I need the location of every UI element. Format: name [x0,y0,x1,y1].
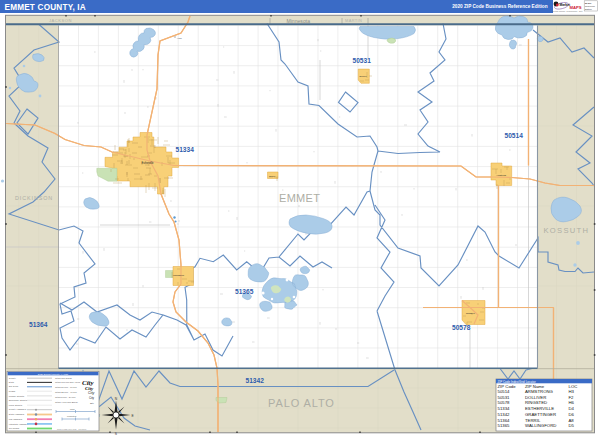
svg-text:PALO ALTO: PALO ALTO [268,397,335,409]
svg-text:Primary Streets: Primary Streets [9,395,25,397]
svg-text:Roads: Roads [9,390,16,392]
svg-text:Wallingford: Wallingford [173,274,185,276]
svg-text:MAPS: MAPS [570,5,582,10]
svg-text:ARMSTRONG: ARMSTRONG [525,389,554,394]
svg-text:51364: 51364 [498,418,511,423]
svg-text:51364: 51364 [29,321,48,328]
svg-text:50 ZIP: 50 ZIP [585,2,592,4]
svg-text:GRAETTINGER: GRAETTINGER [525,412,556,417]
svg-text:DOLLIVER: DOLLIVER [525,395,546,400]
svg-text:County Highways: County Highways [9,408,27,410]
svg-text:50531: 50531 [353,57,372,64]
svg-text:State: State [9,381,15,383]
svg-text:Reference: Reference [585,5,596,7]
svg-text:50514: 50514 [498,389,511,394]
svg-text:Toll Roads: Toll Roads [9,427,20,429]
svg-text:Custom Mapping · Demographics: Custom Mapping · Demographics · Data [553,10,583,12]
svg-text:2020 ZIP Code Business Referen: 2020 ZIP Code Business Reference Edition [452,4,547,9]
svg-text:Secondary Streets: Secondary Streets [9,399,28,401]
svg-text:State Highways: State Highways [9,413,25,415]
svg-text:50514: 50514 [505,132,524,139]
svg-text:WALLINGFORD: WALLINGFORD [525,423,556,428]
svg-text:Minor Streets: Minor Streets [9,404,23,406]
svg-text:TERRIL: TERRIL [525,418,541,423]
svg-text:MARTIN: MARTIN [345,18,362,23]
svg-text:JACKSON: JACKSON [49,18,72,23]
svg-text:ZIP Code: ZIP Code [9,385,19,387]
svg-text:50531: 50531 [498,395,511,400]
svg-text:Gruver: Gruver [269,175,275,177]
svg-text:F2: F2 [569,395,575,400]
svg-text:51334: 51334 [176,146,195,153]
svg-text:51365: 51365 [235,288,254,295]
svg-text:US Highways: US Highways [9,418,23,420]
svg-text:51342: 51342 [498,412,511,417]
svg-text:Cities and Towns: Cities and Towns [55,377,73,379]
svg-text:DICKINSON: DICKINSON [15,195,53,201]
svg-text:Ringsted: Ringsted [466,312,475,314]
svg-text:ZIP Code Index/Grid Locator: ZIP Code Index/Grid Locator [498,380,536,384]
svg-text:A8: A8 [569,418,575,423]
svg-text:Miles: Miles [70,408,75,410]
svg-text:ESTHERVILLE: ESTHERVILLE [525,406,554,411]
svg-text:51365: 51365 [498,423,511,428]
svg-text:51334: 51334 [498,406,511,411]
svg-text:EMMET: EMMET [279,192,320,204]
svg-text:D5: D5 [569,423,575,428]
svg-text:ZIP Name: ZIP Name [525,384,545,389]
svg-text:50578: 50578 [498,400,511,405]
svg-text:D6: D6 [569,412,575,417]
svg-text:Minnesota: Minnesota [287,18,311,24]
svg-text:City: City [89,396,94,400]
svg-text:H6: H6 [569,400,575,405]
svg-text:51342: 51342 [246,377,265,384]
svg-text:2020 Emmet County, IA Map: 2020 Emmet County, IA Map [38,373,69,376]
svg-text:RINGSTED: RINGSTED [525,400,547,405]
svg-text:Interstate Highways: Interstate Highways [9,423,29,425]
svg-text:D4: D4 [569,406,575,411]
svg-text:LOC: LOC [569,384,578,389]
svg-text:50578: 50578 [452,324,471,331]
svg-text:Edition: Edition [585,8,592,10]
svg-text:Estherville: Estherville [142,161,155,165]
svg-text:KOSSUTH: KOSSUTH [544,226,590,235]
svg-text:Kilometers: Kilometers [67,415,76,417]
svg-text:EMMET COUNTY, IA: EMMET COUNTY, IA [5,3,86,12]
svg-text:Armstrong: Armstrong [496,174,507,176]
svg-text:City: City [88,391,94,395]
svg-text:H3: H3 [569,389,575,394]
svg-text:ZIP Code: ZIP Code [498,384,517,389]
svg-text:Dolliver: Dolliver [360,75,368,77]
svg-text:County: County [9,377,17,379]
